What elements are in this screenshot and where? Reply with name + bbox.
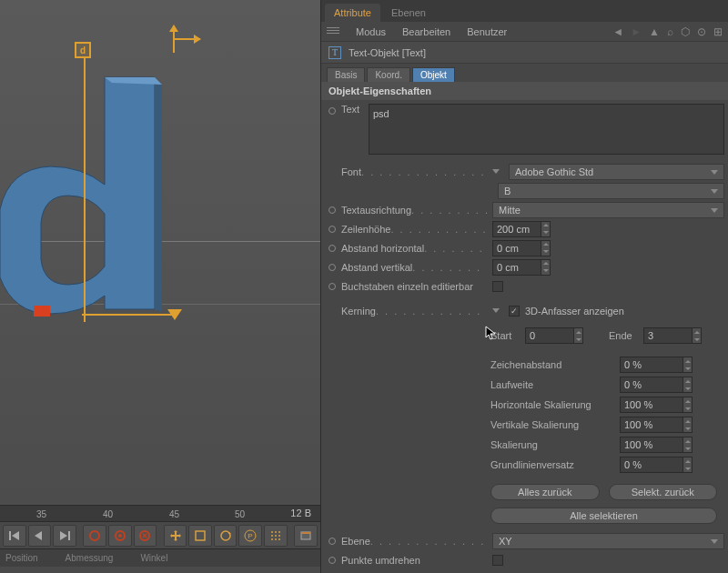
radio-ebene[interactable] [329, 538, 336, 545]
label-abstand-v: Abstand vertikal [341, 262, 412, 273]
tool-scale[interactable] [188, 525, 212, 547]
label-ebene: Ebene [341, 536, 370, 547]
handle-letter: d [80, 45, 86, 55]
triangle-handle[interactable] [167, 309, 182, 320]
label-laufweite: Laufweite [490, 379, 612, 390]
tool-prev-frame[interactable] [28, 525, 52, 547]
tool-param[interactable]: P [238, 525, 262, 547]
alles-zurueck-button[interactable]: Alles zurück [490, 484, 600, 500]
start-input[interactable]: 0 [525, 327, 583, 344]
nav-up-icon[interactable]: ▲ [649, 25, 660, 38]
ende-input[interactable]: 3 [643, 327, 702, 344]
punkte-checkbox[interactable] [492, 555, 503, 566]
ruler-tick-45: 45 [169, 509, 179, 519]
label-anfasser: 3D-Anfasser anzeigen [525, 306, 624, 317]
menu-modus[interactable]: Modus [356, 26, 386, 37]
svg-point-9 [275, 531, 277, 533]
ruler-value: 12 B [290, 508, 311, 518]
label-grundlinien: Grundlinienversatz [490, 459, 612, 470]
selekt-zurueck-button[interactable]: Selekt. zurück [609, 484, 718, 500]
anfasser-checkbox[interactable]: ✓ [509, 306, 520, 317]
label-abstand-h: Abstand horizontal [341, 243, 424, 254]
status-abmessung: Abmessung [66, 553, 114, 563]
nav-forward-icon[interactable]: ► [631, 25, 642, 38]
menu-benutzer[interactable]: Benutzer [467, 26, 507, 37]
laufweite-input[interactable]: 0 % [620, 377, 693, 393]
radio-zeilenhoehe[interactable] [329, 226, 336, 233]
font-dropdown[interactable]: Adobe Gothic Std [509, 164, 724, 180]
abstand-h-input[interactable]: 0 cm [492, 240, 551, 256]
lock-icon[interactable]: ⬡ [681, 25, 690, 38]
tool-render[interactable] [294, 525, 318, 547]
timeline-ruler[interactable]: 35 40 45 50 12 B [0, 505, 320, 521]
svg-point-14 [271, 538, 273, 540]
sub-tabs: Basis Koord. Objekt [321, 64, 728, 82]
tool-keyframe[interactable] [134, 525, 157, 547]
ebene-dropdown[interactable]: XY [492, 533, 724, 549]
settings-icon[interactable]: ⊙ [697, 25, 706, 38]
text-object-icon: T [329, 46, 341, 59]
tab-ebenen[interactable]: Ebenen [382, 4, 435, 22]
v-skalierung-input[interactable]: 100 % [620, 417, 693, 433]
properties: Text Font . . . . . . . . . . . . . . . … [321, 100, 728, 573]
gizmo-x-arrow[interactable] [173, 38, 200, 40]
radio-text[interactable] [329, 107, 336, 115]
font-weight-dropdown[interactable]: B [498, 183, 724, 199]
radio-abstand-h[interactable] [329, 245, 336, 252]
kerning-expand-icon[interactable] [492, 308, 500, 313]
section-header: Objekt-Eigenschaften [321, 82, 728, 100]
tool-goto-start[interactable] [3, 525, 26, 547]
label-h-skalierung: Horizontale Skalierung [490, 399, 612, 410]
zeilenhoehe-input[interactable]: 200 cm [492, 221, 551, 237]
text-input[interactable] [369, 104, 724, 155]
new-icon[interactable]: ⊞ [713, 25, 723, 38]
label-font: Font [341, 166, 361, 177]
tool-move[interactable] [164, 525, 187, 547]
object-title: Text-Objekt [Text] [349, 47, 426, 58]
radio-punkte[interactable] [329, 557, 336, 564]
attribute-panel: Attribute Ebenen Modus Bearbeiten Benutz… [320, 0, 728, 573]
subtab-koord[interactable]: Koord. [367, 67, 410, 82]
ruler-tick-40: 40 [103, 509, 113, 519]
tool-goto-end[interactable] [53, 525, 76, 547]
svg-text:P: P [248, 532, 253, 540]
buchstaben-checkbox[interactable] [492, 281, 503, 292]
label-punkte: Punkte umdrehen [341, 555, 420, 566]
tool-rotate[interactable] [214, 525, 238, 547]
font-expand-icon[interactable] [492, 169, 500, 174]
svg-point-13 [278, 535, 280, 537]
text-object-d[interactable] [0, 68, 164, 318]
alle-selektieren-button[interactable]: Alle selektieren [490, 508, 717, 524]
object-handle[interactable]: d [75, 42, 91, 58]
subtab-basis[interactable]: Basis [327, 67, 365, 82]
zeichenabstand-input[interactable]: 0 % [620, 357, 693, 373]
radio-buchstaben[interactable] [329, 283, 336, 290]
object-header: T Text-Objekt [Text] [321, 42, 728, 64]
grid-icon[interactable] [327, 27, 339, 36]
tool-pla[interactable] [264, 525, 288, 547]
menu-bearbeiten[interactable]: Bearbeiten [402, 26, 450, 37]
abstand-v-input[interactable]: 0 cm [492, 259, 551, 276]
status-bar: Position Abmessung Winkel [0, 548, 320, 567]
nav-back-icon[interactable]: ◄ [612, 25, 623, 38]
tool-record[interactable] [83, 525, 106, 547]
origin-marker[interactable] [34, 306, 50, 317]
viewport-3d[interactable]: d 35 40 45 50 12 B P Position Abmessung … [0, 0, 320, 573]
grundlinien-input[interactable]: 0 % [620, 457, 693, 473]
h-skalierung-input[interactable]: 100 % [620, 397, 693, 413]
svg-point-10 [278, 531, 280, 533]
tab-attribute[interactable]: Attribute [325, 4, 380, 22]
tool-autokey[interactable] [108, 525, 132, 547]
svg-rect-18 [301, 532, 310, 534]
axis-x-line [82, 314, 177, 316]
radio-abstand-v[interactable] [329, 264, 336, 271]
svg-point-8 [271, 531, 273, 533]
subtab-objekt[interactable]: Objekt [412, 67, 455, 82]
skalierung-input[interactable]: 100 % [620, 437, 693, 453]
panel-tabs: Attribute Ebenen [321, 0, 728, 22]
radio-textausrichtung[interactable] [329, 206, 336, 214]
label-ende: Ende [609, 330, 636, 341]
svg-point-0 [90, 531, 99, 540]
textausrichtung-dropdown[interactable]: Mitte [492, 202, 724, 218]
search-icon[interactable]: ⌕ [667, 25, 673, 38]
